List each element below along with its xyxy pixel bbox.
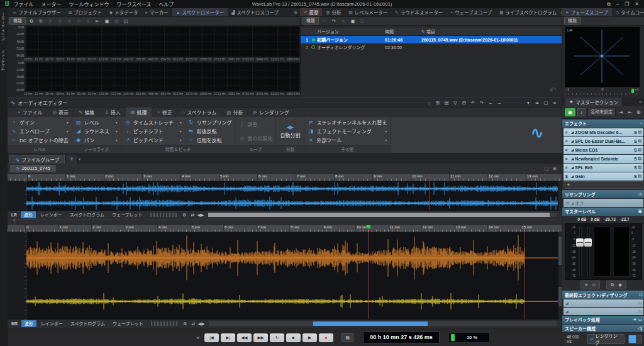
auto-split-button[interactable]: ◀▸自動分割 <box>276 117 304 145</box>
preset-1-icon[interactable]: ① <box>47 18 54 24</box>
external-tools-button-dropdown-icon[interactable]: ▾ <box>381 138 387 142</box>
view-scrub-icon[interactable]: ◀▶ <box>198 321 205 326</box>
ribbon-tab-render[interactable]: ⊳レンダリング <box>248 108 294 117</box>
envelope-button[interactable]: ∿エンベロープ▾ <box>11 126 69 135</box>
solo-badge[interactable]: S <box>634 165 637 170</box>
zoom-slider[interactable] <box>151 321 177 326</box>
view-scrub-icon[interactable]: ◀▶ <box>197 213 204 218</box>
master-level-section-header[interactable]: マスターレベル ▣ <box>562 208 644 216</box>
copy-icon[interactable]: ▤ <box>113 18 120 24</box>
effect-slot-SPL BiG[interactable]: ≡◢SPL BiGS⊡ <box>564 164 643 172</box>
ribbon-tab-spectrum[interactable]: ◌スペクトラム <box>177 108 222 117</box>
reset-master-icon[interactable]: ⇤ <box>626 109 633 115</box>
file-group-tab[interactable]: ∿ ファイルグループ <box>9 155 65 164</box>
history-undo-icon[interactable]: ↶ <box>549 86 556 95</box>
effect-slot-Newfangled Saturate[interactable]: ≡◢Newfangled SaturateS⊡ <box>564 155 643 163</box>
preset-5-icon[interactable]: ⑤ <box>84 18 92 24</box>
workspace-layout-icon[interactable]: ⊞ <box>434 100 441 106</box>
effect-slot-SPL De-Esser Dual-Ba...[interactable]: ≡◢SPL De-Esser Dual-Ba...S⊡ <box>564 137 643 145</box>
waveform-display[interactable] <box>8 284 562 320</box>
menu-ツールウィンドウ[interactable]: ツールウィンドウ <box>69 1 109 8</box>
fader-right-handle[interactable] <box>584 238 592 247</box>
lock-icon[interactable]: ◈ <box>618 282 622 288</box>
slot-routing-icon[interactable]: ≡ <box>565 148 570 152</box>
phase-function-button[interactable]: 機能 <box>564 17 580 25</box>
view-tab-スペクトログラム[interactable]: スペクトログラム <box>67 211 108 218</box>
view-menu-icon[interactable]: ⊞ <box>553 165 557 171</box>
gain-button-dropdown-icon[interactable]: ▾ <box>63 120 69 125</box>
speaker-section-header[interactable]: スピーカー構成 ◁) <box>562 325 644 333</box>
effect-morphing-button[interactable]: ◨エフェクトモーフィング▾ <box>308 126 387 135</box>
history-col-item[interactable]: ✎ 項目 <box>421 28 562 35</box>
clear-icon[interactable]: ⊟ <box>358 18 366 24</box>
view-link-icon[interactable]: ⇄ <box>189 213 196 218</box>
final-stage-section-header[interactable]: 最終段エフェクト/ディザリング ∷ <box>562 291 644 299</box>
slot-remove-icon[interactable]: ⊡ <box>638 301 641 305</box>
waveform-display-lr[interactable] <box>8 181 562 211</box>
horizontal-scrollbar-thumb[interactable] <box>208 213 550 217</box>
fader-ghost-icon[interactable]: ⬦ <box>592 282 596 288</box>
render-button[interactable]: ⊳ レンダリング <box>587 334 625 344</box>
playback-speed-display[interactable]: 10 % <box>448 332 490 343</box>
reset-icon[interactable]: ↻ <box>37 18 45 24</box>
view-tab-レインボー[interactable]: レインボー <box>37 211 65 218</box>
menu-ワークスペース[interactable]: ワークスペース <box>117 1 152 8</box>
home-icon[interactable]: ⌂ <box>425 100 433 106</box>
fader-link-icon[interactable]: ≡ <box>585 282 587 288</box>
gain-button[interactable]: ◔ゲイン▾ <box>11 118 69 126</box>
view-settings-icon[interactable]: ⚙ <box>182 321 189 326</box>
panel-menu-icon[interactable]: ≡ <box>551 100 558 106</box>
invert-phase-button[interactable]: ∽位相を反転 <box>188 136 232 145</box>
dropdown-icon[interactable]: ▾ <box>525 100 532 106</box>
ribbon-tab-correct[interactable]: ⚡修正 <box>152 108 177 117</box>
close-icon[interactable]: ✕ <box>635 1 639 8</box>
slot-routing-icon[interactable]: ≡ <box>565 157 570 161</box>
rewind-display-icon[interactable]: ⇤ <box>94 18 101 24</box>
monitor-toggle[interactable] <box>628 335 642 343</box>
solo-badge[interactable]: S <box>634 157 637 161</box>
tab-spectrometer[interactable]: ▲スペクトロメーター <box>172 8 228 16</box>
menu-メーター[interactable]: メーター <box>42 1 62 8</box>
detach-view-icon[interactable]: ▢ <box>545 165 549 171</box>
zoom-slider[interactable] <box>150 213 177 217</box>
slot-remove-icon[interactable]: ⊡ <box>638 174 641 179</box>
tab-metadata[interactable]: ◆メタデータ <box>106 8 142 16</box>
snapshot-icon[interactable]: ▣ <box>103 18 111 24</box>
ribbon-tab-edit[interactable]: ✎編集 <box>74 108 99 117</box>
pitch-bend-button[interactable]: ↗ピッチベンド▾ <box>125 136 182 145</box>
external-tools-button[interactable]: ⨯外部ツール▾ <box>308 136 387 145</box>
fader-left[interactable] <box>577 226 584 278</box>
view-tab-スペクトログラム[interactable]: スペクトログラム <box>67 320 108 327</box>
open-file-icon[interactable]: ▤ <box>443 100 450 106</box>
view-settings-icon[interactable]: ⚙ <box>181 213 188 218</box>
delete-icon[interactable]: ⊟ <box>460 100 468 106</box>
preset-4-icon[interactable]: ④ <box>75 18 82 24</box>
tab-wave-scope[interactable]: +ウェーブスコープ <box>447 8 496 16</box>
go-end-button[interactable]: ▶| <box>221 333 235 342</box>
play-button[interactable]: ▶ <box>303 333 317 342</box>
preset-3-icon[interactable]: ③ <box>65 18 73 24</box>
nav-forward-icon[interactable]: → <box>496 100 503 106</box>
playback-section-header[interactable]: プレイバック処理 ⇥ ▭ <box>562 316 644 324</box>
file-tab[interactable]: ∿ 260115_0745 <box>10 165 56 172</box>
view-tab-波形[interactable]: 波形 <box>21 320 36 327</box>
resample-button[interactable]: ↻リサンプリング <box>188 118 232 126</box>
ribbon-tab-view[interactable]: ◎表示 <box>48 108 74 117</box>
master-section-tab[interactable]: ★ マスターセクション <box>565 98 622 106</box>
channel-mode-label[interactable]: LR <box>11 213 17 217</box>
slot-routing-icon[interactable]: ≡ <box>565 165 570 170</box>
history-function-button[interactable]: 機能 <box>303 17 319 25</box>
fader-right[interactable] <box>585 226 592 278</box>
tab-spectroscope[interactable]: ▟スペクトロスコープ <box>228 8 282 16</box>
solo-badge[interactable]: S <box>634 148 637 152</box>
view-tab-波形[interactable]: 波形 <box>21 211 36 218</box>
effect-slot-Gain[interactable]: $◢GainS⊡ <box>564 172 643 181</box>
menu-ファイル[interactable]: ファイル <box>14 1 34 8</box>
tab-level-meter[interactable]: ▤レベルメーター <box>345 8 392 16</box>
horizontal-scrollbar-thumb[interactable] <box>313 321 428 326</box>
fast-forward-button[interactable]: ▶▶ <box>253 333 268 342</box>
solo-badge[interactable]: S <box>634 174 637 179</box>
channel-mode-label[interactable]: MS <box>11 321 18 326</box>
master-panel-menu-icon[interactable]: ≡ <box>639 100 641 104</box>
picture-icon[interactable]: ◫ <box>122 18 130 24</box>
